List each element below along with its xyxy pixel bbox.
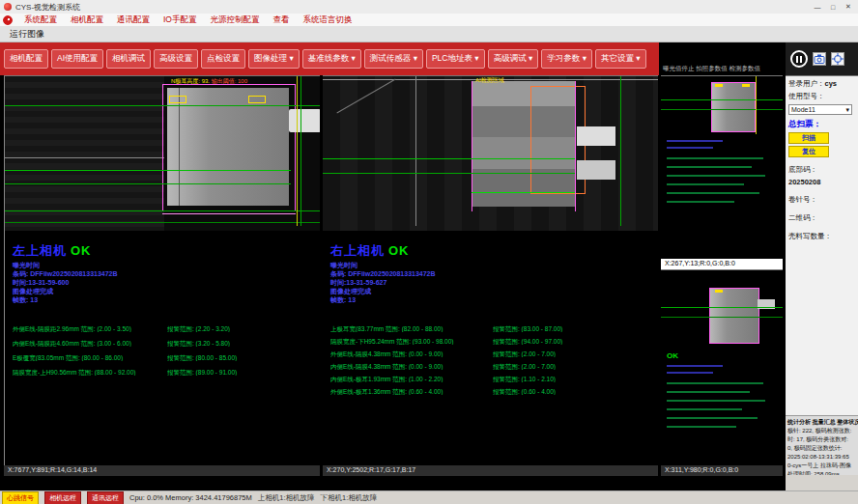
statistics-line: 0, 极码固定张数统计: [787,444,856,453]
frames-line: 帧数: 13 [330,295,356,305]
guide-line [472,192,575,193]
text-line-placeholder [667,365,723,367]
toolbar-button[interactable]: 相机配置 [4,49,48,69]
guide-line [661,99,783,100]
inspected-part [709,288,759,344]
toolbar-button[interactable]: 点检设置 [201,49,245,69]
cpu-memory-status: Cpu: 0.0% Memory: 3424.41796875M [129,493,252,502]
heartbeat-indicator[interactable]: 心跳信号 [2,491,39,504]
text-line-placeholder [667,391,750,393]
menu-item[interactable]: IO手配置 [157,14,203,26]
measurement-text: 上极耳宽(83.77mm 范围: (82.00 - 88.00) [330,325,493,332]
reset-button[interactable]: 复位 [788,146,829,157]
measurement-text: E极覆宽(83.05mm 范围: (80.00 - 86.00) [13,354,167,361]
thumbnail-panel-bottom[interactable]: OK [661,269,783,464]
toolbar-button[interactable]: 学习参数 ▾ [541,49,592,69]
measurement-text: 外侧E线-隔膜距2.96mm 范围: (2.00 - 3.50) [13,325,167,332]
qr-code-label: 二维码： [788,213,855,223]
menu-item[interactable]: 系统语言切换 [296,14,358,26]
total-scan-label: 总扫票： [788,119,855,130]
toolbar-button[interactable]: 其它设置 ▾ [595,49,646,69]
measurement-list: 上极耳宽(83.77mm 范围: (82.00 - 88.00) 报警范围: (… [330,325,652,401]
text-line-placeholder [667,183,744,185]
scan-button[interactable]: 扫描 [788,132,829,144]
toolbar-button[interactable]: 高级调试 ▾ [488,49,539,69]
guide-line-vertical [756,76,757,134]
guide-line-vertical [300,76,301,226]
camera-icon [814,53,825,65]
measurement-alarm: 报警范围: (2.00 - 7.00) [493,363,652,370]
text-line-placeholder [667,175,765,177]
maximize-button[interactable]: □ [825,1,841,13]
menu-item[interactable]: 光源控制配置 [203,14,266,26]
text-line-placeholder [667,192,759,194]
text-line-placeholder [667,147,713,149]
right-camera-panel[interactable]: AI检测区域 右上相机OK 曝光时间 条码: DFFiiw20250208133… [323,75,658,465]
guide-line [5,183,291,184]
camera-name: 左上相机 [13,243,67,258]
measurement-alarm: 报警范围: (2.00 - 7.00) [493,350,652,357]
login-user-value: cys [825,79,838,88]
right-camera-coords: X:270,Y:2502;R:17,G:17,B:17 [323,465,658,476]
connector-part [577,126,615,146]
measurement-alarm: 报警范围: (0.60 - 4.00) [493,388,652,395]
camera-title: 右上相机OK [330,242,410,260]
measurement-row: 外侧E线-隔膜4.38mm 范围: (0.00 - 9.00) 报警范围: (2… [330,350,652,357]
measurement-row: 外侧E线-隔膜距2.96mm 范围: (2.00 - 3.50) 报警范围: (… [13,325,314,332]
comm-remote-indicator[interactable]: 通讯远程 [87,491,124,504]
close-button[interactable]: ✕ [841,1,856,13]
toolbar-button[interactable]: AI使用配置 [51,49,103,69]
text-line-placeholder [667,372,713,374]
statistics-line: 2025:02:08-13:31:39:65 [787,453,856,462]
chevron-down-icon: ▾ [845,106,849,114]
guide-line [661,109,783,110]
text-line-placeholder [667,382,763,384]
camera-settings-button[interactable] [813,52,826,66]
guide-line [5,222,320,223]
text-line-placeholder [667,157,763,159]
measurement-text: 内侧E线-隔膜4.38mm 范围: (0.00 - 9.00) [330,363,493,370]
measurement-alarm: 报警范围: (3.20 - 5.80) [167,340,314,347]
measurement-alarm: 报警范围: (83.00 - 87.00) [493,325,652,332]
toolbar-button[interactable]: 基准线参数 ▾ [302,49,361,69]
side-info-panel: 登录用户：cys 使用型号： Mode11 ▾ 总扫票： 扫描 复位 底部码： … [786,75,858,415]
statistics-panel: 统计分析 批量汇总 整体状况 极针: 222, 极码检测张数:时: 17, 极码… [786,415,858,475]
measurement-alarm: 报警范围: (94.00 - 97.00) [493,338,652,345]
minimize-button[interactable]: — [810,1,825,13]
tab-row: 运行图像 [0,26,858,42]
pause-button[interactable] [790,50,808,68]
menu-item[interactable]: 通讯配置 [110,14,157,26]
measurement-row: 隔膜宽度-下H95.24mm 范围: (93.00 - 98.00) 报警范围:… [330,338,652,345]
menu-item[interactable]: 相机配置 [64,14,110,26]
left-camera-panel[interactable]: N极耳高度: 93. 输出阈值: 100 左上相机OK 曝光时间 条码: DFF… [4,75,320,465]
shell-count-label: 壳料写数量： [788,232,855,241]
measurement-alarm: 报警范围: (89.00 - 91.00) [167,369,314,376]
toolbar-button[interactable]: 测试传感器 ▾ [364,49,423,69]
pause-icon [800,56,802,63]
app-window: CYS-视觉检测系统 — □ ✕ 系统配置相机配置通讯配置IO手配置光源控制配置… [0,0,858,504]
login-user-label: 登录用户： [788,79,825,88]
guide-line [323,173,575,174]
measurement-text: 内侧E线-极耳1.93mm 范围: (1.00 - 2.20) [330,376,493,382]
thumbnail-panel-top[interactable] [661,75,783,259]
camera-status-ok: OK [71,243,92,258]
crosshair-button[interactable] [831,52,844,66]
model-select[interactable]: Mode11 ▾ [788,104,852,115]
toolbar-button[interactable]: PLC地址表 ▾ [426,49,485,69]
toolbar-button[interactable]: 相机调试 [106,49,151,69]
menu-item[interactable]: 系统配置 [17,14,64,26]
camera-remote-indicator[interactable]: 相机远程 [44,491,81,504]
toolbar-button[interactable]: 高级设置 [154,49,198,69]
measurement-text: 内侧E线-隔膜距4.60mm 范围: (3.00 - 6.00) [13,340,167,347]
side-filler [786,475,858,490]
guide-line [5,170,291,171]
menu-items: 系统配置相机配置通讯配置IO手配置光源控制配置查看系统语言切换 [17,14,358,26]
tab-run-image[interactable]: 运行图像 [10,28,44,41]
window-title: CYS-视觉检测系统 [15,2,810,13]
lower-camera-status: 下相机1:相机故障 [321,493,378,503]
guide-line-vertical [297,76,298,226]
thumbnail-top-coords: X:267,Y:13;R:0,G:0,B:0 [661,259,783,269]
guide-line [661,307,783,308]
toolbar-button[interactable]: 图像处理 ▾ [248,49,300,69]
menu-item[interactable]: 查看 [266,14,296,26]
